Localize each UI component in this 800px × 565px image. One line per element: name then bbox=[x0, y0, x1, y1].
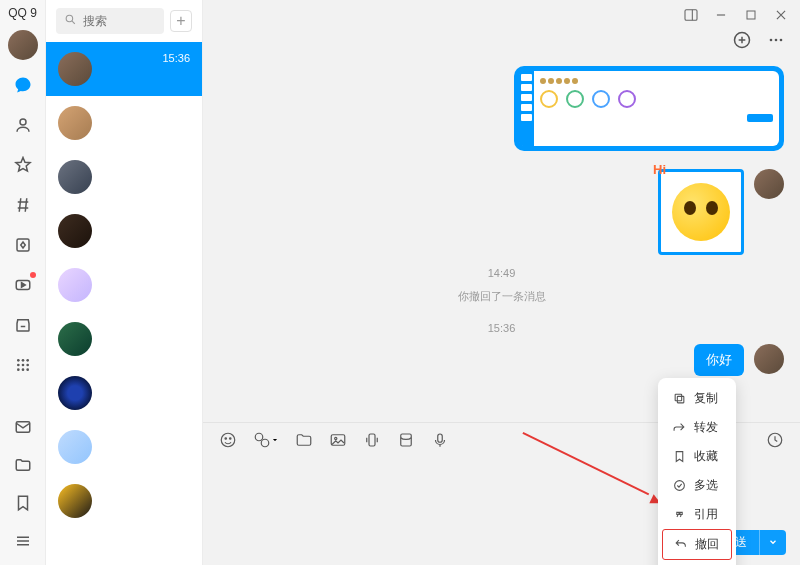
search-input[interactable] bbox=[83, 14, 156, 28]
shop-icon[interactable] bbox=[12, 314, 34, 336]
timestamp: 14:49 bbox=[219, 267, 784, 279]
screenshot-icon[interactable] bbox=[253, 431, 279, 449]
svg-point-5 bbox=[26, 359, 29, 362]
svg-point-23 bbox=[255, 433, 263, 441]
bookmark-icon bbox=[672, 450, 686, 464]
conversation-scroll[interactable]: 15:36 bbox=[46, 42, 202, 565]
contacts-icon[interactable] bbox=[12, 114, 34, 136]
image-icon[interactable] bbox=[329, 431, 347, 449]
copy-icon bbox=[672, 392, 686, 406]
menu-favorite[interactable]: 收藏 bbox=[662, 442, 732, 471]
message-image[interactable] bbox=[514, 66, 784, 151]
apps-grid-icon[interactable] bbox=[12, 354, 34, 376]
sender-avatar[interactable] bbox=[754, 344, 784, 374]
search-box[interactable] bbox=[56, 8, 164, 34]
svg-rect-31 bbox=[677, 396, 684, 403]
avatar bbox=[58, 268, 92, 302]
menu-delete[interactable]: 删除 bbox=[662, 560, 732, 565]
svg-rect-15 bbox=[747, 11, 755, 19]
sticker-message[interactable] bbox=[658, 169, 744, 255]
svg-point-3 bbox=[17, 359, 20, 362]
undo-icon bbox=[673, 538, 687, 552]
recall-notice: 你撤回了一条消息 bbox=[219, 289, 784, 304]
svg-point-6 bbox=[17, 364, 20, 367]
svg-point-17 bbox=[770, 39, 773, 42]
menu-copy[interactable]: 复制 bbox=[662, 384, 732, 413]
svg-point-19 bbox=[780, 39, 783, 42]
search-icon bbox=[64, 12, 77, 30]
conversation-item[interactable]: 15:36 bbox=[46, 42, 202, 96]
nav-rail: QQ 9 bbox=[0, 0, 46, 565]
panel-toggle-icon[interactable] bbox=[682, 6, 700, 24]
add-circle-icon[interactable] bbox=[732, 30, 752, 54]
avatar bbox=[58, 484, 92, 518]
svg-point-8 bbox=[26, 364, 29, 367]
svg-point-11 bbox=[26, 368, 29, 371]
mail-icon[interactable] bbox=[13, 417, 33, 437]
hash-icon[interactable] bbox=[12, 194, 34, 216]
search-row: + bbox=[46, 0, 202, 42]
conversation-item[interactable] bbox=[46, 258, 202, 312]
menu-multiselect[interactable]: 多选 bbox=[662, 471, 732, 500]
svg-point-13 bbox=[66, 15, 73, 22]
app-root: QQ 9 + bbox=[0, 0, 800, 565]
avatar bbox=[58, 106, 92, 140]
svg-point-20 bbox=[221, 433, 235, 447]
self-avatar[interactable] bbox=[8, 30, 38, 60]
conversation-item[interactable] bbox=[46, 312, 202, 366]
file-icon[interactable] bbox=[295, 431, 313, 449]
menu-quote[interactable]: 引用 bbox=[662, 500, 732, 529]
menu-icon[interactable] bbox=[13, 531, 33, 551]
chat-icon[interactable] bbox=[12, 74, 34, 96]
shake-icon[interactable] bbox=[363, 431, 381, 449]
conversation-item[interactable] bbox=[46, 420, 202, 474]
svg-point-21 bbox=[225, 438, 227, 440]
svg-rect-32 bbox=[675, 394, 682, 401]
message-row bbox=[219, 169, 784, 255]
redpacket-icon[interactable] bbox=[397, 431, 415, 449]
check-circle-icon bbox=[672, 479, 686, 493]
close-icon[interactable] bbox=[772, 6, 790, 24]
timestamp: 15:36 bbox=[219, 322, 784, 334]
message-scroll[interactable]: 14:49 你撤回了一条消息 15:36 你好 bbox=[203, 58, 800, 422]
menu-forward[interactable]: 转发 bbox=[662, 413, 732, 442]
video-icon[interactable] bbox=[12, 274, 34, 296]
menu-recall[interactable]: 撤回 bbox=[662, 529, 732, 560]
bookmark-icon[interactable] bbox=[13, 493, 33, 513]
conversation-item[interactable] bbox=[46, 204, 202, 258]
sender-avatar[interactable] bbox=[754, 169, 784, 199]
svg-point-26 bbox=[335, 437, 337, 439]
moments-icon[interactable] bbox=[12, 234, 34, 256]
svg-point-24 bbox=[261, 439, 269, 447]
avatar bbox=[58, 430, 92, 464]
history-icon[interactable] bbox=[766, 431, 784, 449]
conversation-time: 15:36 bbox=[162, 52, 190, 64]
svg-rect-27 bbox=[369, 434, 375, 446]
nav-primary bbox=[12, 74, 34, 376]
context-menu: 复制 转发 收藏 多选 引用 撤回 删除 bbox=[658, 378, 736, 565]
forward-icon bbox=[672, 421, 686, 435]
avatar bbox=[58, 322, 92, 356]
send-dropdown[interactable] bbox=[759, 530, 786, 555]
svg-point-22 bbox=[230, 438, 232, 440]
svg-point-18 bbox=[775, 39, 778, 42]
star-icon[interactable] bbox=[12, 154, 34, 176]
text-message[interactable]: 你好 bbox=[694, 344, 744, 376]
conversation-item[interactable] bbox=[46, 150, 202, 204]
add-button[interactable]: + bbox=[170, 10, 192, 32]
minimize-icon[interactable] bbox=[712, 6, 730, 24]
conversation-item[interactable] bbox=[46, 474, 202, 528]
folder-icon[interactable] bbox=[13, 455, 33, 475]
svg-point-0 bbox=[20, 119, 26, 125]
conversation-item[interactable] bbox=[46, 96, 202, 150]
maximize-icon[interactable] bbox=[742, 6, 760, 24]
voice-icon[interactable] bbox=[431, 431, 449, 449]
avatar bbox=[58, 160, 92, 194]
more-icon[interactable] bbox=[766, 30, 786, 54]
conversation-item[interactable] bbox=[46, 366, 202, 420]
svg-rect-14 bbox=[685, 10, 697, 21]
emoji-icon[interactable] bbox=[219, 431, 237, 449]
nav-secondary bbox=[13, 417, 33, 559]
quote-icon bbox=[672, 508, 686, 522]
svg-point-33 bbox=[674, 481, 684, 491]
